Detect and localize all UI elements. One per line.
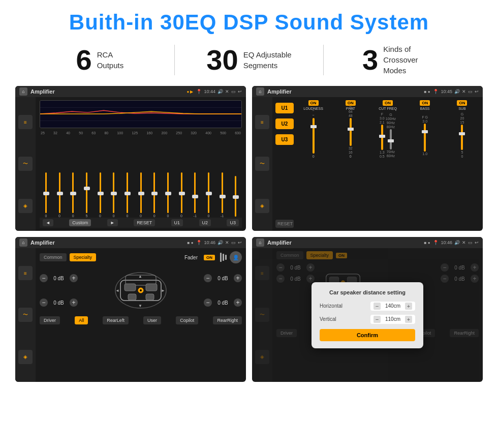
back-icon-3[interactable]: ↩ xyxy=(238,240,242,245)
db-minus-tr[interactable]: − xyxy=(204,274,212,282)
location-icon-4: 📍 xyxy=(433,240,439,245)
volume-icon-3: 🔊 xyxy=(217,240,223,245)
u3-btn[interactable]: U3 xyxy=(275,134,294,145)
ctrl-plus-horizontal[interactable]: + xyxy=(405,303,412,310)
stat-divider-1 xyxy=(174,45,175,75)
ctrl-minus-vertical[interactable]: − xyxy=(374,316,381,323)
dialog-ctrl-vertical: − 110cm + xyxy=(370,315,415,324)
dialog-box: Car speaker distance setting Horizontal … xyxy=(312,282,423,348)
eq-slider-9[interactable]: 0 xyxy=(162,172,174,218)
db-plus-tr[interactable]: + xyxy=(234,274,242,282)
btn-all-3[interactable]: All xyxy=(75,316,88,324)
ch-on-loudness[interactable]: ON xyxy=(308,100,319,106)
eq-slider-6[interactable]: 0 xyxy=(121,172,134,218)
eq-slider-10[interactable]: 0 xyxy=(175,172,188,218)
location-icon-3: 📍 xyxy=(196,240,202,245)
dot-icon-1: ● ▶ xyxy=(186,89,193,94)
eq-slider-11[interactable]: -1 xyxy=(189,172,201,218)
wave-icon-btn[interactable]: 〜 xyxy=(18,157,33,171)
eq-custom-btn[interactable]: Custom xyxy=(69,219,91,226)
eq-reset-btn[interactable]: RESET xyxy=(134,219,155,226)
ch-on-bass[interactable]: ON xyxy=(420,100,430,106)
svg-text:▼: ▼ xyxy=(138,304,142,308)
dialog-label-horizontal: Horizontal xyxy=(320,303,353,309)
svg-text:►: ► xyxy=(161,288,165,293)
btn-user-3[interactable]: User xyxy=(143,316,161,324)
tab-common-3[interactable]: Common xyxy=(40,253,67,261)
btn-copilot-3[interactable]: Copilot xyxy=(176,316,198,324)
eq-slider-14[interactable] xyxy=(229,176,242,218)
ch-on-phat[interactable]: ON xyxy=(346,100,356,106)
db-plus-bl[interactable]: + xyxy=(70,298,78,307)
status-icons-3: 📍 10:46 🔊 ✕ ▭ ↩ xyxy=(196,240,242,245)
eq-slider-2[interactable]: 0 xyxy=(67,172,79,218)
location-icon-2: 📍 xyxy=(433,89,439,94)
dot-icon-4: ■ ● xyxy=(424,241,430,245)
confirm-button[interactable]: Confirm xyxy=(320,329,415,341)
btn-rearright-3[interactable]: RearRight xyxy=(213,316,242,324)
eq-u1-btn[interactable]: U1 xyxy=(171,219,183,226)
dialog-row-vertical: Vertical − 110cm + xyxy=(320,315,415,324)
db-minus-bl[interactable]: − xyxy=(40,298,48,307)
channel-sub: ON SUB G 20 15 5 0 xyxy=(445,100,480,228)
battery-icon-3: ▭ xyxy=(231,240,236,245)
wave-icon-btn-3[interactable]: 〜 xyxy=(18,308,33,322)
ctrl-minus-horizontal[interactable]: − xyxy=(374,303,381,310)
eq-u2-btn[interactable]: U2 xyxy=(199,219,211,226)
home-icon-2[interactable]: ⌂ xyxy=(256,87,264,96)
profile-icon-3[interactable]: 👤 xyxy=(230,251,242,263)
u2-btn[interactable]: U2 xyxy=(275,118,294,129)
db-minus-br[interactable]: − xyxy=(204,298,212,307)
eq-slider-5[interactable]: 0 xyxy=(107,172,120,218)
channel-cutfreq: ON CUT FREQ F 3.0 2.1 1.3 0.5 xyxy=(370,100,405,228)
fader-side-3: ≡ 〜 ◈ xyxy=(15,248,36,382)
on-badge-3[interactable]: ON xyxy=(204,255,215,260)
ch-on-cutfreq[interactable]: ON xyxy=(383,100,393,106)
eq-slider-8[interactable]: 0 xyxy=(148,172,161,218)
db-plus-br[interactable]: + xyxy=(234,298,242,307)
stat-number-eq: 30 xyxy=(206,46,238,74)
back-icon-2[interactable]: ↩ xyxy=(475,89,479,94)
db-control-br: − 0 dB + xyxy=(204,298,242,307)
eq-slider-12[interactable]: 0 xyxy=(202,172,215,218)
screen1-content: ≡ 〜 ◈ xyxy=(15,97,246,231)
eq-icon-btn[interactable]: ≡ xyxy=(18,115,33,129)
back-icon-4[interactable]: ↩ xyxy=(475,240,479,245)
home-icon-4[interactable]: ⌂ xyxy=(256,238,264,247)
eq-slider-13[interactable]: -1 xyxy=(216,172,229,218)
db-plus-tl[interactable]: + xyxy=(70,274,78,282)
db-controls-left: − 0 dB + − 0 dB + xyxy=(40,267,78,313)
back-icon-1[interactable]: ↩ xyxy=(238,89,242,94)
u1-btn[interactable]: U1 xyxy=(275,103,294,113)
speaker-icon-btn[interactable]: ◈ xyxy=(18,199,33,213)
eq-slider-1[interactable]: 0 xyxy=(53,172,66,218)
btn-rearleft-3[interactable]: RearLeft xyxy=(103,316,129,324)
wave-icon-btn-2[interactable]: 〜 xyxy=(255,157,269,171)
eq-sliders: 0 0 0 5 xyxy=(40,137,242,218)
eq-icon-btn-2[interactable]: ≡ xyxy=(255,115,269,129)
eq-u3-btn[interactable]: U3 xyxy=(227,219,239,226)
eq-slider-7[interactable]: 0 xyxy=(135,172,147,218)
db-value-bl: 0 dB xyxy=(50,300,68,306)
reset-btn-2[interactable]: RESET xyxy=(275,220,294,228)
eq-prev-btn[interactable]: ◄ xyxy=(43,219,53,226)
btn-driver-3[interactable]: Driver xyxy=(40,316,60,324)
screen-eq: ⌂ Amplifier ● ▶ 📍 10:44 🔊 ✕ ▭ ↩ ≡ 〜 ◈ xyxy=(15,86,246,231)
speaker-icon-btn-3[interactable]: ◈ xyxy=(18,350,33,364)
ctrl-plus-vertical[interactable]: + xyxy=(405,316,412,323)
eq-slider-0[interactable]: 0 xyxy=(40,172,52,218)
eq-slider-4[interactable]: 0 xyxy=(94,172,107,218)
speaker-icon-btn-2[interactable]: ◈ xyxy=(255,199,269,213)
eq-slider-3[interactable]: 5 xyxy=(80,172,93,218)
eq-play-btn[interactable]: ► xyxy=(107,219,118,226)
db-minus-tl[interactable]: − xyxy=(40,274,48,282)
home-icon-3[interactable]: ⌂ xyxy=(19,238,27,247)
tab-specialty-3[interactable]: Specialty xyxy=(70,253,97,261)
channel-bass: ON BASS F G 3.0 1.0 xyxy=(408,100,443,228)
home-icon-1[interactable]: ⌂ xyxy=(19,87,27,96)
signal-icon-2: ✕ xyxy=(462,89,466,94)
ctrl-value-vertical: 110cm xyxy=(383,316,403,322)
ch-on-sub[interactable]: ON xyxy=(457,100,467,106)
eq-icon-btn-3[interactable]: ≡ xyxy=(18,266,33,280)
bottom-buttons-3: Driver All RearLeft User Copilot RearRig… xyxy=(40,316,242,324)
